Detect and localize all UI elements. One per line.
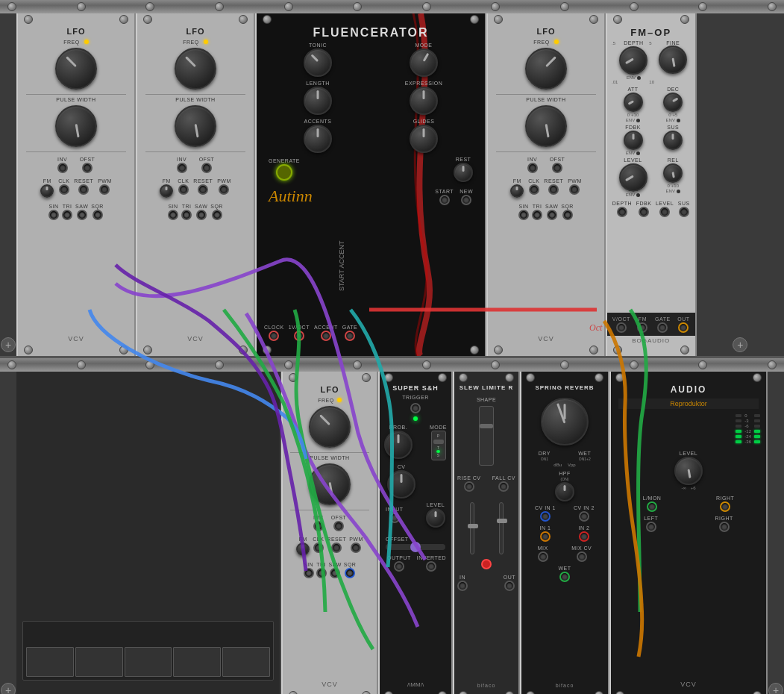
level-out-jack[interactable] <box>659 207 670 217</box>
att-knob[interactable] <box>624 93 643 112</box>
lfo3-tri-jack[interactable] <box>532 210 542 220</box>
lfo2-clk-jack[interactable] <box>178 184 189 195</box>
mode-knob[interactable] <box>410 49 438 77</box>
right-out-jack[interactable] <box>719 522 730 532</box>
lfo1-sin-jack[interactable] <box>48 210 59 220</box>
tonic-knob[interactable] <box>304 49 332 77</box>
lfo3-inv-jack[interactable] <box>527 163 538 173</box>
depth-knob[interactable] <box>619 46 647 75</box>
in2-jack[interactable] <box>579 531 589 542</box>
lfo2-tri-jack[interactable] <box>181 210 192 220</box>
cvin1-jack[interactable] <box>540 511 551 522</box>
clock-jack[interactable] <box>269 331 279 341</box>
lfo3-clk-jack[interactable] <box>529 184 539 195</box>
fall-cv-jack[interactable] <box>498 481 509 492</box>
input-jack-ssh[interactable] <box>389 513 400 523</box>
gate-in-jack[interactable] <box>657 322 668 333</box>
lfo2-fm-knob[interactable] <box>160 184 173 198</box>
generate-button[interactable] <box>276 164 292 181</box>
sus-out-jack[interactable] <box>679 207 689 217</box>
new-jack[interactable] <box>461 195 471 205</box>
lfo4-clk-jack[interactable] <box>313 543 324 553</box>
add-module-button-bl[interactable]: + <box>1 683 16 694</box>
output-jack-ssh[interactable] <box>394 561 404 572</box>
lfo3-pw-knob[interactable] <box>525 105 567 147</box>
lfo1-tri-jack[interactable] <box>62 210 72 220</box>
rise-fader[interactable] <box>470 502 474 554</box>
lfo1-ofst-jack[interactable] <box>82 163 92 173</box>
in1-jack[interactable] <box>540 531 551 542</box>
cvin2-jack[interactable] <box>579 511 589 522</box>
lfo1-pw-knob[interactable] <box>55 105 97 147</box>
lfo3-ofst-jack[interactable] <box>552 163 562 173</box>
add-module-button-br[interactable]: + <box>768 683 783 694</box>
lfo2-pw-knob[interactable] <box>175 105 216 147</box>
lfo4-reset-jack[interactable] <box>331 543 342 553</box>
accents-knob[interactable] <box>304 125 332 153</box>
lfo2-inv-jack[interactable] <box>177 163 187 173</box>
rest-knob[interactable] <box>454 163 473 182</box>
lfo3-saw-jack[interactable] <box>547 210 557 220</box>
lfo1-reset-jack[interactable] <box>78 184 89 195</box>
lfo1-clk-jack[interactable] <box>59 184 69 195</box>
level-knob-audio[interactable] <box>674 457 703 485</box>
voct-jack[interactable] <box>294 331 304 341</box>
lfo1-pwm-jack[interactable] <box>99 184 110 195</box>
spring-main-knob[interactable] <box>541 398 589 446</box>
out-jack[interactable] <box>678 322 689 333</box>
fdbk-knob[interactable] <box>624 131 643 150</box>
accent-jack[interactable] <box>321 331 331 341</box>
glides-knob[interactable] <box>410 125 438 153</box>
lfo3-sqr-jack[interactable] <box>562 210 573 220</box>
in-jack-slew[interactable] <box>457 581 468 591</box>
fine-knob[interactable] <box>659 46 687 74</box>
lfo2-reset-jack[interactable] <box>198 184 208 195</box>
rel-knob[interactable] <box>663 163 683 183</box>
hpf-knob[interactable] <box>555 482 574 501</box>
mixcv-jack[interactable] <box>577 551 587 562</box>
lfo2-sqr-jack[interactable] <box>212 210 222 220</box>
sus-knob[interactable] <box>663 131 683 150</box>
mix-jack[interactable] <box>538 551 548 562</box>
lfo1-fm-knob[interactable] <box>40 184 54 198</box>
fall-fader[interactable] <box>499 502 504 554</box>
lfo1-inv-jack[interactable] <box>57 163 68 173</box>
lfo3-freq-knob[interactable] <box>525 48 567 90</box>
lfo4-ofst-jack[interactable] <box>333 521 344 531</box>
fm-in-jack[interactable] <box>637 322 647 333</box>
lfo1-saw-jack[interactable] <box>77 210 87 220</box>
lfo4-sqr-jack[interactable] <box>345 568 355 578</box>
lfo3-sin-jack[interactable] <box>518 210 529 220</box>
rise-cv-jack[interactable] <box>464 481 474 492</box>
prob-knob[interactable] <box>384 431 413 459</box>
shape-slider[interactable] <box>479 406 494 466</box>
lfo4-saw-jack[interactable] <box>330 568 340 578</box>
lmon-jack[interactable] <box>647 501 657 512</box>
start-jack[interactable] <box>439 195 450 205</box>
trigger-jack[interactable] <box>410 403 421 413</box>
level-knob-ssh[interactable] <box>426 508 445 528</box>
level-knob-fm[interactable] <box>619 163 647 192</box>
left-out-jack[interactable] <box>646 522 656 532</box>
inverted-jack[interactable] <box>426 561 436 572</box>
lfo4-fm-knob[interactable] <box>296 543 310 556</box>
depth-out-jack[interactable] <box>617 207 627 217</box>
lfo4-freq-knob[interactable] <box>309 406 351 448</box>
lfo2-freq-knob[interactable] <box>175 48 216 90</box>
slew-red-button[interactable] <box>481 559 492 569</box>
lfo4-sin-jack[interactable] <box>304 568 314 578</box>
dec-knob[interactable] <box>663 93 683 112</box>
lfo2-sin-jack[interactable] <box>168 210 178 220</box>
voct-in-jack[interactable] <box>616 322 627 333</box>
wet-out-jack[interactable] <box>559 572 570 582</box>
right-in-jack[interactable] <box>720 501 730 512</box>
lfo4-tri-jack[interactable] <box>316 568 327 578</box>
fdbk-out-jack[interactable] <box>639 207 649 217</box>
mode-switch[interactable]: P T S <box>431 431 446 460</box>
cv-knob-ssh[interactable] <box>387 470 415 498</box>
lfo4-pw-knob[interactable] <box>309 463 351 505</box>
lfo2-saw-jack[interactable] <box>196 210 207 220</box>
lfo2-pwm-jack[interactable] <box>219 184 229 195</box>
lfo3-reset-jack[interactable] <box>548 184 559 195</box>
offset-slider[interactable] <box>386 544 445 550</box>
